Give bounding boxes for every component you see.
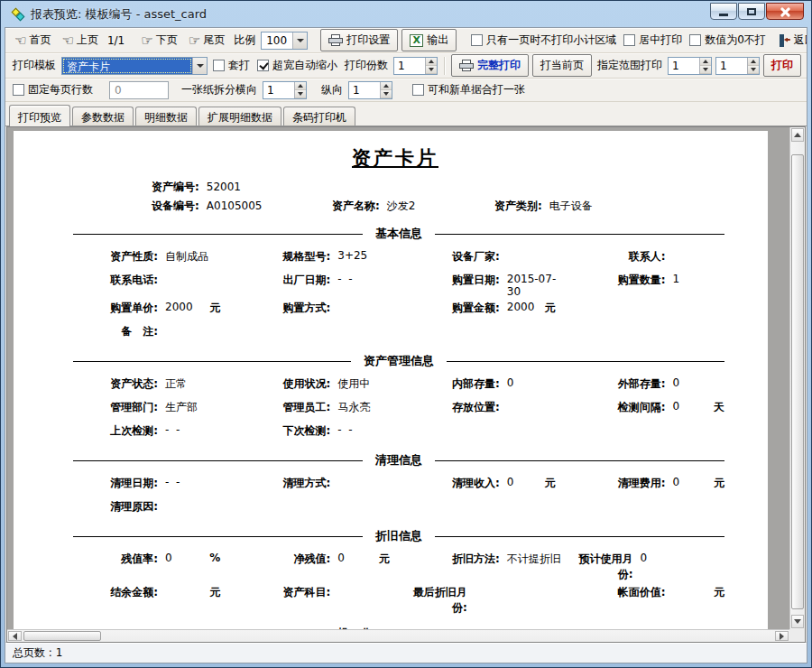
checkbox-overlay-print[interactable]: 套打 xyxy=(211,58,252,73)
prev-page-button[interactable]: ☜上页 xyxy=(58,30,101,51)
scroll-down-button[interactable] xyxy=(791,615,804,628)
page-indicator: 1/1 xyxy=(106,34,126,47)
next-page-label: 下页 xyxy=(156,32,178,48)
split-horizontal-stepper[interactable]: 1 xyxy=(263,81,307,99)
field: 管理部门:生产部 xyxy=(57,400,229,415)
vertical-scrollbar[interactable] xyxy=(789,127,805,629)
checkbox-center-print[interactable]: 居中打印 xyxy=(622,32,684,48)
hand-left-icon: ☜ xyxy=(61,35,73,46)
client-area: ☜首页 ☜上页 1/1 ☞下页 ☞尾页 比例 100 打印设置 X 输出 只有一 xyxy=(5,27,807,663)
stepper-down-icon[interactable] xyxy=(748,66,759,74)
tab-parameter-data[interactable]: 参数数据 xyxy=(72,107,134,125)
split-vertical-value: 1 xyxy=(349,82,380,98)
maximize-button[interactable] xyxy=(738,3,765,20)
field: 内部存量:0 xyxy=(399,376,565,392)
stepper-up-icon[interactable] xyxy=(381,82,392,90)
print-setup-button[interactable]: 打印设置 xyxy=(320,29,398,51)
checkbox-icon[interactable] xyxy=(412,84,424,96)
field: 折旧方法:不计提折旧 xyxy=(399,552,565,567)
checkbox-icon[interactable] xyxy=(257,60,269,71)
checkbox-no-subtotal[interactable]: 只有一页时不打印小计区域 xyxy=(469,32,618,48)
tab-strip: 打印预览 参数数据 明细数据 扩展明细数据 条码打印机 xyxy=(5,102,807,126)
fixed-rows-input[interactable]: 0 xyxy=(109,81,169,99)
section-row: 资产性质:自制成品规格型号:3+25设备厂家:联系人: xyxy=(57,249,734,270)
checkbox-icon[interactable] xyxy=(471,34,483,46)
print-setup-label: 打印设置 xyxy=(346,32,390,48)
template-combobox[interactable]: 资产卡片 xyxy=(61,57,208,75)
section-title: 资产管理信息 xyxy=(73,353,724,369)
copies-label: 打印份数 xyxy=(343,58,390,73)
tab-detail-data[interactable]: 明细数据 xyxy=(135,107,197,125)
first-page-button[interactable]: ☜首页 xyxy=(11,30,54,51)
scroll-left-button[interactable] xyxy=(8,631,22,641)
split-vertical-stepper[interactable]: 1 xyxy=(348,81,392,99)
checkbox-fixed-rows[interactable]: 固定每页行数 xyxy=(11,82,95,97)
separator xyxy=(444,57,445,75)
copies-stepper[interactable]: 1 xyxy=(393,57,438,75)
stepper-down-icon[interactable] xyxy=(700,66,711,74)
minimize-icon xyxy=(719,14,728,16)
print-current-page-button[interactable]: 打当前页 xyxy=(532,54,592,77)
scale-label: 比例 xyxy=(232,32,257,48)
checkbox-icon[interactable] xyxy=(13,84,24,96)
field: 管理员工:马永亮 xyxy=(229,400,399,415)
range-from-stepper[interactable]: 1 xyxy=(668,57,712,75)
full-print-button[interactable]: 完整打印 xyxy=(451,54,529,77)
title-bar[interactable]: 报表预览: 模板编号 - asset_card xyxy=(5,1,807,27)
template-dropdown-button[interactable] xyxy=(192,58,207,74)
section-row: 管理部门:生产部管理员工:马永亮存放位置:检测间隔:0天 xyxy=(57,400,734,421)
arrow-up-icon xyxy=(794,133,801,137)
checkbox-center-print-label: 居中打印 xyxy=(639,32,682,48)
scale-combobox[interactable]: 100 xyxy=(261,32,308,50)
return-button[interactable]: 返回R xyxy=(775,30,807,51)
tab-print-preview[interactable]: 打印预览 xyxy=(9,105,70,126)
field: 清理收入:0元 xyxy=(399,476,565,491)
field: 购置方式: xyxy=(229,301,399,316)
checkbox-zero-no-print[interactable]: 数值为0不打 xyxy=(687,32,768,48)
field: 规格型号:3+25 xyxy=(229,249,399,264)
next-page-button[interactable]: ☞下页 xyxy=(137,30,180,51)
stepper-up-icon[interactable] xyxy=(700,58,711,66)
checkbox-combine-print[interactable]: 可和新单据合打一张 xyxy=(411,82,527,97)
checkbox-icon[interactable] xyxy=(689,34,701,46)
stepper-down-icon[interactable] xyxy=(426,66,437,74)
minimize-button[interactable] xyxy=(710,3,737,20)
stepper-up-icon[interactable] xyxy=(295,82,306,90)
vertical-scrollbar-thumb[interactable] xyxy=(791,154,804,609)
horizontal-scrollbar-thumb[interactable] xyxy=(23,631,101,641)
stepper-down-icon[interactable] xyxy=(295,90,306,98)
app-icon xyxy=(12,7,26,22)
field: 清理方式: xyxy=(229,476,399,491)
template-label: 打印模板 xyxy=(11,58,58,73)
field: 购置金额:2000元 xyxy=(399,301,565,316)
close-icon xyxy=(780,6,790,17)
stepper-up-icon[interactable] xyxy=(426,58,437,66)
checkbox-icon[interactable] xyxy=(623,34,635,46)
scroll-up-button[interactable] xyxy=(791,128,804,142)
template-value: 资产卡片 xyxy=(62,58,192,74)
printer-icon xyxy=(328,34,343,46)
maximize-icon xyxy=(747,8,756,15)
scale-dropdown-button[interactable] xyxy=(292,32,307,49)
last-page-button[interactable]: ☞尾页 xyxy=(185,30,228,51)
print-button[interactable]: 打印 xyxy=(763,54,801,77)
field: 清理原因: xyxy=(57,499,734,515)
scroll-right-button[interactable] xyxy=(775,631,789,641)
range-to-stepper[interactable]: 1 xyxy=(715,57,760,75)
stepper-down-icon[interactable] xyxy=(381,90,392,98)
asset-type-field: 资产类别:电子设备 xyxy=(494,199,657,218)
export-button[interactable]: X 输出 xyxy=(401,29,457,51)
report-section: 折旧信息残值率:0%净残值:0元折旧方法:不计提折旧预计使用月份:0结余金额:元… xyxy=(57,528,734,616)
checkbox-icon[interactable] xyxy=(213,60,225,71)
total-pages-status: 总页数 : 1 xyxy=(13,645,62,661)
field: 最后折旧月份: xyxy=(399,585,565,616)
stepper-up-icon[interactable] xyxy=(748,58,759,66)
tab-barcode-printer[interactable]: 条码打印机 xyxy=(283,107,355,125)
checkbox-auto-shrink[interactable]: 超宽自动缩小 xyxy=(255,58,339,73)
tab-extended-detail-data[interactable]: 扩展明细数据 xyxy=(198,107,281,125)
horizontal-scrollbar[interactable] xyxy=(7,629,789,642)
close-button[interactable] xyxy=(766,3,804,20)
section-row: 购置单价:2000元购置方式:购置金额:2000元 xyxy=(57,301,734,321)
toolbar-navigation: ☜首页 ☜上页 1/1 ☞下页 ☞尾页 比例 100 打印设置 X 输出 只有一 xyxy=(5,28,807,53)
field: 上次检测:- - xyxy=(57,423,229,439)
